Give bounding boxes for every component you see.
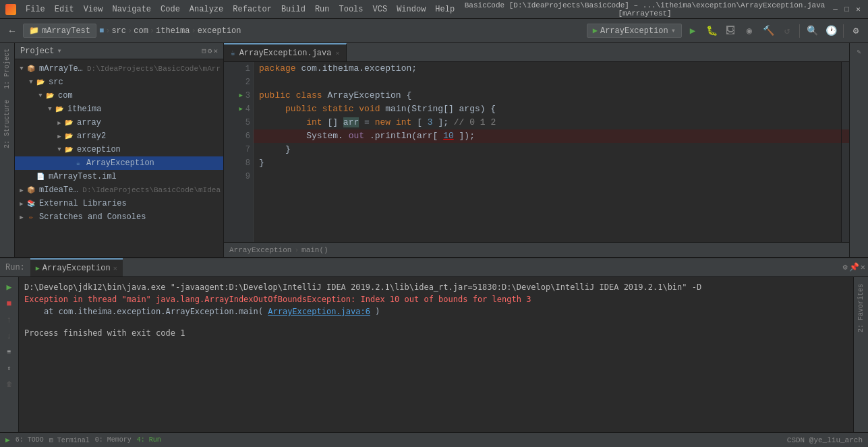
bottom-tab-run[interactable]: ▶ ArrayException ✕	[30, 258, 123, 276]
app-logo	[5, 4, 16, 15]
minimize-button[interactable]: —	[831, 5, 840, 13]
run-configuration-selector[interactable]: ▶ ArrayException ▾	[587, 24, 682, 38]
tree-item-scratches-consoles[interactable]: ▶ ✏ Scratches and Consoles	[15, 210, 223, 224]
project-panel: Project ▾ ⊟ ⚙ ✕ ▼ 📦 mArrayTest D:\IdeaPr…	[15, 43, 224, 257]
scroll-up-button[interactable]: ↑	[2, 312, 17, 327]
tree-item-mArrayTest[interactable]: ▼ 📦 mArrayTest D:\IdeaProjects\BasicCode…	[15, 62, 223, 76]
breadcrumb-exception[interactable]: exception	[198, 26, 241, 36]
settings-button[interactable]: ⚙	[848, 23, 864, 39]
reload-button[interactable]: ↺	[779, 23, 795, 39]
settings-icon[interactable]: ⚙	[208, 47, 212, 55]
tree-item-com[interactable]: ▼ 📂 com	[15, 89, 223, 102]
rerun-button[interactable]: ▶	[2, 280, 17, 295]
tree-item-array[interactable]: ▶ 📂 array	[15, 116, 223, 129]
token-println: .println(arr[	[370, 131, 438, 141]
run-config-icon: ▶	[593, 26, 598, 36]
status-terminal[interactable]: ⊞ Terminal	[49, 436, 90, 444]
stack-link[interactable]: ArrayException.java:6	[268, 307, 370, 316]
soft-wrap-button[interactable]: ≡	[2, 345, 17, 359]
project-selector[interactable]: 📁 mArrayTest	[23, 24, 96, 38]
close-panel-icon[interactable]: ✕	[213, 47, 218, 55]
tree-item-ArrayException[interactable]: ☕ ArrayException	[15, 156, 223, 170]
status-memory[interactable]: 0: Memory	[95, 436, 132, 444]
bottom-settings-icon[interactable]: ⚙	[843, 262, 848, 272]
bottom-close-icon[interactable]: ✕	[861, 262, 865, 272]
project-name: mArrayTest	[42, 26, 90, 36]
menu-refactor[interactable]: Refactor	[229, 3, 276, 16]
token-indent-4	[259, 104, 280, 114]
right-strip-icon1[interactable]: ✎	[855, 46, 863, 58]
output-line-exit: Process finished with exit code 1	[24, 327, 848, 339]
icon-ArrayException: ☕	[73, 158, 84, 169]
build-button[interactable]: 🔨	[760, 23, 776, 39]
menu-edit[interactable]: Edit	[51, 3, 78, 16]
label-external-libraries: External Libraries	[39, 199, 127, 208]
close-button[interactable]: ✕	[854, 5, 863, 13]
coverage-button[interactable]: ⛾	[722, 23, 739, 39]
run-gutter-icon-4[interactable]: ▶	[239, 102, 242, 116]
bottom-right-strip: 2: Favorites	[853, 277, 868, 432]
breadcrumb-sep: ›	[294, 246, 299, 254]
tree-item-exception[interactable]: ▼ 📂 exception	[15, 143, 223, 156]
code-line-6: System. out .println(arr[ 10 ]);	[254, 129, 841, 143]
menu-navigate[interactable]: Navigate	[108, 3, 155, 16]
breadcrumb-com2[interactable]: com	[134, 26, 148, 36]
run-button[interactable]: ▶	[685, 23, 701, 39]
line-num-7: 7	[245, 143, 250, 156]
search-everywhere-button[interactable]: 🔍	[804, 23, 820, 39]
stop-button[interactable]: ■	[2, 296, 17, 311]
exit-text: Process finished with exit code 1	[24, 328, 185, 338]
status-todo[interactable]: 6: TODO	[16, 436, 44, 444]
tree-item-array2[interactable]: ▶ 📂 array2	[15, 129, 223, 143]
menu-vcs[interactable]: VCS	[369, 3, 392, 16]
menu-file[interactable]: File	[22, 3, 49, 16]
back-button[interactable]: ←	[4, 23, 20, 39]
maximize-button[interactable]: □	[842, 5, 851, 13]
breadcrumb-file[interactable]: ArrayException	[229, 246, 291, 254]
breadcrumb-com[interactable]: src	[111, 26, 126, 36]
icon-exception: 📂	[63, 144, 74, 155]
line-num-6: 6	[245, 129, 250, 143]
window-controls: — □ ✕	[831, 5, 863, 13]
menu-code[interactable]: Code	[156, 3, 184, 16]
menu-analyze[interactable]: Analyze	[185, 3, 227, 16]
clear-button[interactable]: 🗑	[2, 377, 17, 392]
tab-run-close[interactable]: ✕	[113, 264, 117, 272]
breadcrumb-itheima[interactable]: itheima	[156, 26, 190, 36]
menu-build[interactable]: Build	[277, 3, 310, 16]
code-content[interactable]: package com.itheima.exception; public cl…	[254, 62, 841, 242]
arrow-array2: ▶	[55, 132, 63, 140]
arrow-scratches-consoles: ▶	[18, 213, 26, 221]
collapse-all-icon[interactable]: ⊟	[202, 47, 206, 55]
menu-tools[interactable]: Tools	[335, 3, 368, 16]
menu-window[interactable]: Window	[393, 3, 430, 16]
menu-view[interactable]: View	[80, 3, 107, 16]
tree-item-itheima[interactable]: ▼ 📂 itheima	[15, 102, 223, 116]
editor-tab-ArrayException[interactable]: ☕ ArrayException.java ✕	[224, 43, 347, 61]
favorites-icon[interactable]: 2: Favorites	[855, 280, 867, 336]
bottom-pin-icon[interactable]: 📌	[849, 262, 859, 272]
tree-item-iml[interactable]: 📄 mArrayTest.iml	[15, 170, 223, 183]
scroll-down-button[interactable]: ↓	[2, 328, 17, 343]
tree-item-mIdeaTest[interactable]: ▶ 📦 mIdeaTest D:\IdeaProjects\BasicCode\…	[15, 183, 223, 197]
side-tab-structure[interactable]: 2: Structure	[1, 94, 13, 154]
token-size: [	[417, 117, 422, 127]
tab-close-icon[interactable]: ✕	[335, 49, 339, 57]
line-num-9: 9	[245, 170, 250, 183]
status-run-active[interactable]: 4: Run	[137, 436, 161, 444]
tree-item-external-libraries[interactable]: ▶ 📚 External Libraries	[15, 197, 223, 210]
profile-button[interactable]: ◉	[741, 23, 757, 39]
breadcrumb-src[interactable]: ■	[99, 26, 104, 36]
breadcrumb-method[interactable]: main()	[301, 246, 328, 254]
tree-item-src[interactable]: ▼ 📂 src	[15, 76, 223, 89]
icon-array2: 📂	[63, 131, 74, 142]
menu-help[interactable]: Help	[431, 3, 459, 16]
label-array2: array2	[77, 131, 106, 141]
side-tab-project[interactable]: 1: Project	[1, 43, 13, 94]
print-button[interactable]: ⇧	[2, 361, 17, 376]
editor-minimap[interactable]	[841, 62, 849, 242]
menu-run[interactable]: Run	[311, 3, 334, 16]
recent-files-button[interactable]: 🕐	[823, 23, 839, 39]
debug-button[interactable]: 🐛	[703, 23, 720, 39]
run-gutter-icon-3[interactable]: ▶	[239, 89, 242, 102]
